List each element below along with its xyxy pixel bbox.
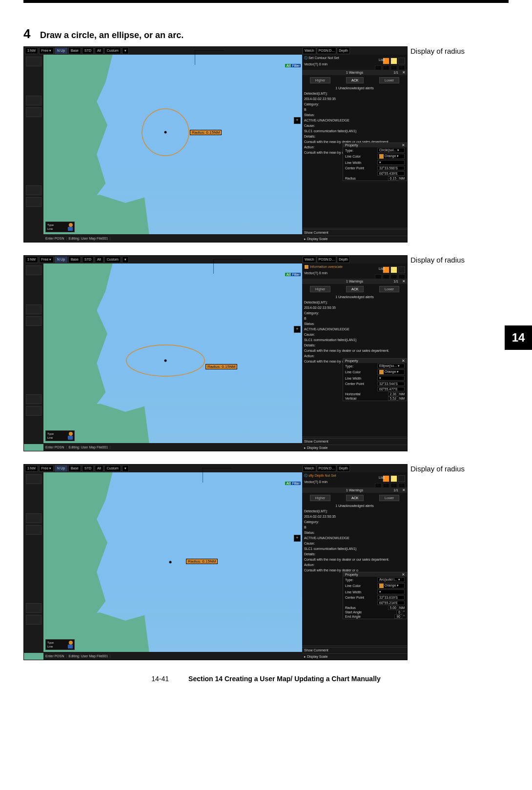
zoom-in-btn[interactable]: + — [294, 535, 301, 542]
sidebar-btn[interactable] — [26, 603, 41, 613]
line-swatch[interactable] — [68, 227, 73, 231]
range-chip[interactable]: 3 NM — [25, 47, 38, 54]
indicator-2[interactable]: 2 — [390, 58, 397, 64]
centerpt-lon[interactable]: 60°55.477'E — [377, 387, 405, 391]
centerpt-lon[interactable]: 60°55.214'E — [377, 601, 405, 605]
sidebar-btn[interactable] — [26, 107, 41, 117]
depth-tab[interactable]: Depth — [337, 47, 350, 54]
close-icon[interactable]: ✕ — [402, 572, 405, 577]
free-dropdown[interactable]: Free ▾ — [39, 465, 54, 472]
sidebar-btn[interactable] — [26, 265, 41, 275]
custom-btn[interactable]: Custom — [104, 465, 121, 472]
watch-tab[interactable]: Watch — [303, 465, 316, 472]
posn-tab[interactable]: POSN:D... — [317, 465, 337, 472]
lower-btn[interactable]: Lower — [379, 495, 399, 501]
show-comment[interactable]: Show Comment — [302, 647, 407, 653]
display-scale[interactable]: ▸ Display Scale — [302, 445, 407, 451]
radius-input[interactable]: 5.00 — [388, 606, 399, 610]
sidebar-btn[interactable] — [26, 304, 41, 314]
centerpt-lat[interactable]: 32°33.544'S — [377, 382, 405, 386]
sidebar-btn[interactable] — [26, 185, 41, 195]
all-btn[interactable]: All — [95, 256, 103, 263]
range-chip[interactable]: 3 NM — [25, 256, 38, 263]
sidebar-btn[interactable] — [26, 394, 41, 404]
type-dropdown[interactable]: Ellipse(so... ▾ — [377, 364, 405, 368]
radius-input[interactable]: 0.15 — [388, 176, 399, 181]
close-icon[interactable]: ✕ — [402, 279, 406, 284]
linecolor-dropdown[interactable]: Orange ▾ — [377, 369, 405, 375]
base-btn[interactable]: Base — [68, 256, 81, 263]
type-dropdown[interactable]: Circle(sol... ▾ — [377, 148, 405, 153]
custom-arrow[interactable]: ▾ — [122, 256, 129, 263]
type-swatch[interactable] — [69, 223, 73, 227]
depth-tab[interactable]: Depth — [337, 465, 350, 472]
list-link[interactable]: List — [379, 58, 384, 61]
lower-btn[interactable]: Lower — [379, 286, 399, 292]
nup-chip[interactable]: N Up — [55, 465, 67, 472]
line-swatch[interactable] — [68, 436, 73, 440]
filter-badge[interactable]: Filter — [291, 64, 301, 67]
higher-btn[interactable]: Higher — [310, 77, 331, 83]
posn-tab[interactable]: POSN:D... — [317, 256, 337, 263]
ack-btn[interactable]: ACK — [346, 495, 364, 501]
ack-btn[interactable]: ACK — [346, 286, 364, 292]
sidebar-btn[interactable] — [26, 406, 41, 416]
indicator-2[interactable]: 2 — [390, 475, 397, 482]
show-comment[interactable]: Show Comment — [302, 438, 407, 444]
list-link[interactable]: List — [379, 267, 384, 270]
indicator-spk[interactable] — [398, 58, 405, 64]
nup-chip[interactable]: N Up — [55, 256, 67, 263]
close-icon[interactable]: ✕ — [402, 359, 405, 363]
base-btn[interactable]: Base — [68, 465, 81, 472]
show-comment[interactable]: Show Comment — [302, 229, 407, 235]
line-swatch[interactable] — [68, 645, 73, 648]
type-swatch[interactable] — [69, 641, 73, 645]
ack-btn[interactable]: ACK — [346, 77, 364, 83]
zoom-in-btn[interactable]: + — [294, 326, 301, 333]
list-link[interactable]: List — [379, 476, 384, 479]
range-chip[interactable]: 3 NM — [25, 465, 38, 472]
linewidth-dropdown[interactable]: ▾ — [377, 589, 405, 594]
sidebar-btn[interactable] — [26, 615, 41, 625]
indicator-spk[interactable] — [398, 266, 405, 273]
depth-tab[interactable]: Depth — [337, 256, 350, 263]
close-icon[interactable]: ✕ — [402, 488, 406, 492]
free-dropdown[interactable]: Free ▾ — [39, 47, 54, 54]
linewidth-dropdown[interactable]: ▾ — [377, 160, 405, 165]
centerpt-lon[interactable]: 60°55.439'E — [377, 171, 405, 176]
sidebar-btn[interactable] — [26, 316, 41, 326]
sidebar-btn[interactable] — [26, 197, 41, 207]
all-btn[interactable]: All — [95, 465, 103, 472]
linewidth-dropdown[interactable]: ▾ — [377, 376, 405, 381]
all-btn[interactable]: All — [95, 47, 103, 54]
indicator-spk[interactable] — [398, 475, 405, 482]
watch-tab[interactable]: Watch — [303, 256, 316, 263]
close-icon[interactable]: ✕ — [402, 70, 406, 75]
posn-tab[interactable]: POSN:D... — [317, 47, 337, 54]
indicator-2[interactable]: 2 — [390, 266, 397, 273]
custom-arrow[interactable]: ▾ — [122, 465, 129, 472]
watch-tab[interactable]: Watch — [303, 47, 316, 54]
free-dropdown[interactable]: Free ▾ — [39, 256, 54, 263]
type-dropdown[interactable]: Arc(solid l... ▾ — [377, 577, 405, 582]
sidebar-btn[interactable] — [26, 57, 41, 66]
display-scale[interactable]: ▸ Display Scale — [302, 236, 407, 242]
start-angle-input[interactable]: 0 — [396, 610, 402, 614]
vertical-input[interactable]: 5.52 — [388, 396, 399, 401]
display-scale[interactable]: ▸ Display Scale — [302, 653, 407, 660]
higher-btn[interactable]: Higher — [310, 286, 331, 292]
centerpt-lat[interactable]: 32°33.619'S — [377, 595, 405, 600]
type-swatch[interactable] — [69, 432, 73, 436]
linecolor-dropdown[interactable]: Orange ▾ — [377, 154, 405, 159]
horizontal-input[interactable]: 2.36 — [388, 392, 399, 396]
std-btn[interactable]: STD — [82, 465, 94, 472]
end-angle-input[interactable]: 90 — [394, 614, 402, 619]
filter-badge[interactable]: Filter — [291, 482, 301, 485]
sidebar-btn[interactable] — [26, 96, 41, 105]
custom-arrow[interactable]: ▾ — [122, 47, 129, 54]
zoom-in-btn[interactable]: + — [294, 117, 301, 124]
std-btn[interactable]: STD — [82, 47, 94, 54]
lower-btn[interactable]: Lower — [379, 77, 399, 83]
custom-btn[interactable]: Custom — [104, 47, 121, 54]
higher-btn[interactable]: Higher — [310, 495, 331, 501]
